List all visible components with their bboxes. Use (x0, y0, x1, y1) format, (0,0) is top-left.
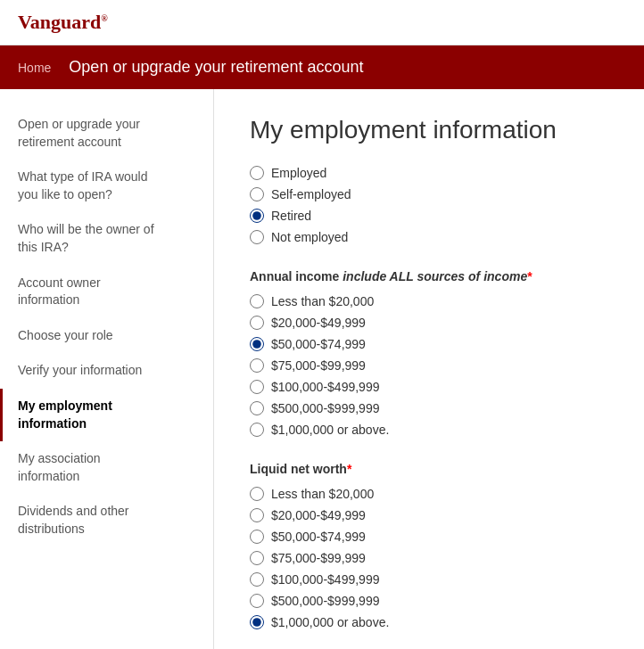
employment-retired-label: Retired (271, 209, 311, 223)
annual-income-italic: include ALL sources of income (343, 269, 527, 283)
lnw-500-999k-label: $500,000-$999,999 (271, 594, 379, 608)
lnw-50-74k-label: $50,000-$74,999 (271, 530, 366, 544)
lnw-1m-plus-label: $1,000,000 or above. (271, 615, 389, 629)
income-100-499k-option[interactable]: $100,000-$499,999 (250, 380, 608, 394)
annual-income-section: Annual income include ALL sources of inc… (250, 269, 608, 437)
sidebar: Open or upgrade yourretirement account W… (0, 89, 214, 649)
lnw-100-499k-label: $100,000-$499,999 (271, 572, 379, 587)
sidebar-item-association-info[interactable]: My associationinformation (0, 441, 213, 494)
lnw-75-99k-radio[interactable] (250, 551, 264, 565)
income-75-99k-label: $75,000-$99,999 (271, 358, 366, 373)
income-20-49k-radio[interactable] (250, 316, 264, 330)
income-50-74k-option[interactable]: $50,000-$74,999 (250, 337, 608, 351)
income-100-499k-label: $100,000-$499,999 (271, 380, 379, 394)
lnw-50-74k-radio[interactable] (250, 530, 264, 544)
income-1m-plus-label: $1,000,000 or above. (271, 423, 389, 437)
employment-notemployed-label: Not employed (271, 230, 348, 244)
employment-selfemployed-option[interactable]: Self-employed (250, 187, 608, 201)
liquid-net-worth-label: Liquid net worth* (250, 462, 608, 476)
sidebar-item-employment-info[interactable]: My employmentinformation (0, 389, 213, 441)
lnw-75-99k-label: $75,000-$99,999 (271, 551, 366, 565)
income-50-74k-radio[interactable] (250, 337, 264, 351)
employment-selfemployed-radio[interactable] (250, 187, 264, 201)
employment-retired-radio[interactable] (250, 209, 264, 223)
sidebar-item-account-owner[interactable]: Account ownerinformation (0, 266, 213, 318)
employment-employed-label: Employed (271, 166, 326, 180)
sidebar-item-dividends[interactable]: Dividends and otherdistributions (0, 494, 213, 546)
lnw-1m-plus-option[interactable]: $1,000,000 or above. (250, 615, 608, 629)
income-lt20k-radio[interactable] (250, 294, 264, 308)
sidebar-item-verify-info[interactable]: Verify your information (0, 353, 213, 389)
lnw-50-74k-option[interactable]: $50,000-$74,999 (250, 530, 608, 544)
employment-status-radio-group: Employed Self-employed Retired Not emplo… (250, 166, 608, 244)
lnw-lt20k-option[interactable]: Less than $20,000 (250, 487, 608, 501)
lnw-lt20k-label: Less than $20,000 (271, 487, 374, 501)
sidebar-item-choose-role[interactable]: Choose your role (0, 318, 213, 354)
lnw-75-99k-option[interactable]: $75,000-$99,999 (250, 551, 608, 565)
top-header: Vanguard® (0, 0, 644, 45)
employment-notemployed-option[interactable]: Not employed (250, 230, 608, 244)
income-20-49k-label: $20,000-$49,999 (271, 316, 366, 330)
lnw-1m-plus-radio[interactable] (250, 615, 264, 629)
income-20-49k-option[interactable]: $20,000-$49,999 (250, 316, 608, 330)
nav-home-link[interactable]: Home (18, 61, 51, 75)
lnw-20-49k-radio[interactable] (250, 508, 264, 522)
income-75-99k-radio[interactable] (250, 358, 264, 373)
page-title: My employment information (250, 116, 608, 144)
employment-notemployed-radio[interactable] (250, 230, 264, 244)
nav-title: Open or upgrade your retirement account (69, 58, 363, 77)
income-500-999k-label: $500,000-$999,999 (271, 401, 379, 415)
employment-status-section: Employed Self-employed Retired Not emplo… (250, 166, 608, 244)
income-1m-plus-option[interactable]: $1,000,000 or above. (250, 423, 608, 437)
sidebar-item-ira-owner[interactable]: Who will be the owner ofthis IRA? (0, 212, 213, 265)
employment-retired-option[interactable]: Retired (250, 209, 608, 223)
liquid-net-worth-section: Liquid net worth* Less than $20,000 $20,… (250, 462, 608, 629)
lnw-100-499k-option[interactable]: $100,000-$499,999 (250, 572, 608, 587)
income-500-999k-option[interactable]: $500,000-$999,999 (250, 401, 608, 415)
vanguard-logo: Vanguard® (18, 11, 626, 34)
main-layout: Open or upgrade yourretirement account W… (0, 89, 644, 649)
income-100-499k-radio[interactable] (250, 380, 264, 394)
income-lt20k-option[interactable]: Less than $20,000 (250, 294, 608, 308)
annual-income-label: Annual income include ALL sources of inc… (250, 269, 608, 283)
income-500-999k-radio[interactable] (250, 401, 264, 415)
income-75-99k-option[interactable]: $75,000-$99,999 (250, 358, 608, 373)
lnw-500-999k-radio[interactable] (250, 594, 264, 608)
employment-employed-option[interactable]: Employed (250, 166, 608, 180)
lnw-100-499k-radio[interactable] (250, 572, 264, 587)
lnw-lt20k-radio[interactable] (250, 487, 264, 501)
annual-income-required: * (527, 269, 532, 283)
sidebar-item-open-upgrade[interactable]: Open or upgrade yourretirement account (0, 107, 213, 160)
liquid-net-worth-required: * (347, 462, 351, 476)
content-area: My employment information Employed Self-… (214, 89, 644, 649)
liquid-net-worth-radio-group: Less than $20,000 $20,000-$49,999 $50,00… (250, 487, 608, 629)
sidebar-item-ira-type[interactable]: What type of IRA wouldyou like to open? (0, 160, 213, 212)
income-lt20k-label: Less than $20,000 (271, 294, 374, 308)
nav-bar: Home Open or upgrade your retirement acc… (0, 45, 644, 89)
annual-income-radio-group: Less than $20,000 $20,000-$49,999 $50,00… (250, 294, 608, 437)
employment-employed-radio[interactable] (250, 166, 264, 180)
employment-selfemployed-label: Self-employed (271, 187, 351, 201)
lnw-20-49k-label: $20,000-$49,999 (271, 508, 366, 522)
income-1m-plus-radio[interactable] (250, 423, 264, 437)
income-50-74k-label: $50,000-$74,999 (271, 337, 366, 351)
lnw-20-49k-option[interactable]: $20,000-$49,999 (250, 508, 608, 522)
lnw-500-999k-option[interactable]: $500,000-$999,999 (250, 594, 608, 608)
